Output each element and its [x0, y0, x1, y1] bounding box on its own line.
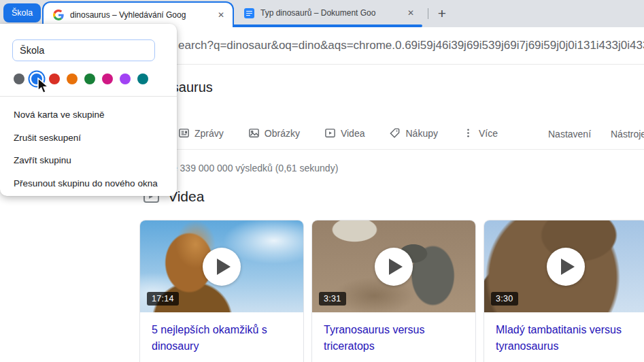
- video-cards-row: 17:14 5 nejlepších okamžiků s dinosaury …: [139, 220, 644, 362]
- color-swatch-cyan[interactable]: [137, 73, 148, 84]
- video-thumbnail[interactable]: 3:30: [484, 220, 644, 312]
- duration-badge: 17:14: [147, 292, 179, 306]
- news-icon: [178, 127, 190, 139]
- duration-badge: 3:30: [491, 292, 518, 306]
- color-swatch-green[interactable]: [84, 73, 95, 84]
- mouse-cursor: [35, 78, 52, 95]
- color-swatch-orange[interactable]: [67, 73, 78, 84]
- new-tab-button[interactable]: +: [434, 5, 450, 22]
- group-name-input[interactable]: [12, 39, 155, 61]
- more-dots-icon: [462, 127, 474, 139]
- video-title-link[interactable]: 5 nejlepších okamžiků s dinosaury: [140, 312, 303, 355]
- nav-label: Videa: [341, 128, 365, 139]
- nav-item-news[interactable]: Zprávy: [178, 127, 224, 139]
- menu-item-move-group-to-new-window[interactable]: Přesunout skupinu do nového okna: [0, 172, 177, 195]
- color-swatch-purple[interactable]: [120, 73, 131, 84]
- color-swatch-grey[interactable]: [14, 73, 24, 84]
- group-menu-items: Nová karta ve skupině Zrušit seskupení Z…: [0, 103, 177, 195]
- nav-label: Zprávy: [194, 128, 224, 139]
- nav-item-tools[interactable]: Nástroje: [611, 129, 644, 139]
- tab-title: dinosaurus – Vyhledávání Goog: [70, 10, 209, 20]
- shopping-tag-icon: [389, 127, 401, 139]
- video-card[interactable]: 3:30 Mladý tambatitanis versus tyranosau…: [484, 220, 644, 362]
- video-title-link[interactable]: Tyranosaurus versus triceratops: [312, 312, 475, 355]
- tab-group-label: Škola: [12, 8, 33, 18]
- color-swatch-pink[interactable]: [102, 73, 113, 84]
- close-tab-icon[interactable]: ✕: [215, 9, 227, 21]
- videos-icon: [324, 127, 336, 139]
- menu-item-close-group[interactable]: Zavřít skupinu: [0, 149, 177, 172]
- menu-item-new-tab-in-group[interactable]: Nová karta ve skupině: [0, 103, 177, 127]
- tab-strip-separator: [428, 8, 428, 19]
- nav-item-images[interactable]: Obrázky: [248, 127, 300, 139]
- video-card[interactable]: 3:31 Tyranosaurus versus triceratops: [311, 220, 476, 362]
- video-card[interactable]: 17:14 5 nejlepších okamžiků s dinosaury: [139, 220, 304, 362]
- tab-group-chip[interactable]: Škola: [3, 3, 41, 22]
- address-bar-url[interactable]: earch?q=dinosaur&oq=dino&aqs=chrome.0.69…: [178, 27, 644, 64]
- tab-google-docs[interactable]: Typ dinosaurů – Dokument Goo ✕: [235, 1, 422, 24]
- nav-item-shopping[interactable]: Nákupy: [389, 127, 437, 139]
- search-nav-row: Zprávy Obrázky Videa Nákupy Více: [178, 127, 498, 139]
- google-docs-icon: [244, 8, 254, 18]
- tab-strip: Škola dinosaurus – Vyhledávání Goog ✕ Ty…: [0, 0, 644, 27]
- google-g-icon: [53, 10, 64, 20]
- duration-badge: 3:31: [319, 292, 346, 306]
- video-thumbnail[interactable]: 17:14: [140, 220, 303, 312]
- tab-title: Typ dinosaurů – Dokument Goo: [260, 8, 399, 18]
- menu-divider: [0, 96, 177, 97]
- play-icon[interactable]: [547, 248, 585, 286]
- video-title-link[interactable]: Mladý tambatitanis versus tyranosaurus: [484, 312, 644, 355]
- nav-item-more[interactable]: Více: [462, 127, 498, 139]
- menu-item-ungroup[interactable]: Zrušit seskupení: [0, 127, 177, 150]
- nav-item-videos[interactable]: Videa: [324, 127, 365, 139]
- tab-group-menu: Nová karta ve skupině Zrušit seskupení Z…: [0, 24, 177, 196]
- video-thumbnail[interactable]: 3:31: [312, 220, 475, 312]
- nav-item-settings[interactable]: Nastavení: [548, 129, 591, 139]
- nav-label: Nákupy: [405, 128, 437, 139]
- nav-label: Více: [479, 128, 498, 139]
- play-icon[interactable]: [203, 248, 241, 286]
- close-tab-icon[interactable]: ✕: [405, 7, 417, 19]
- play-icon[interactable]: [375, 248, 413, 286]
- nav-label: Obrázky: [265, 128, 300, 139]
- images-icon: [248, 127, 260, 139]
